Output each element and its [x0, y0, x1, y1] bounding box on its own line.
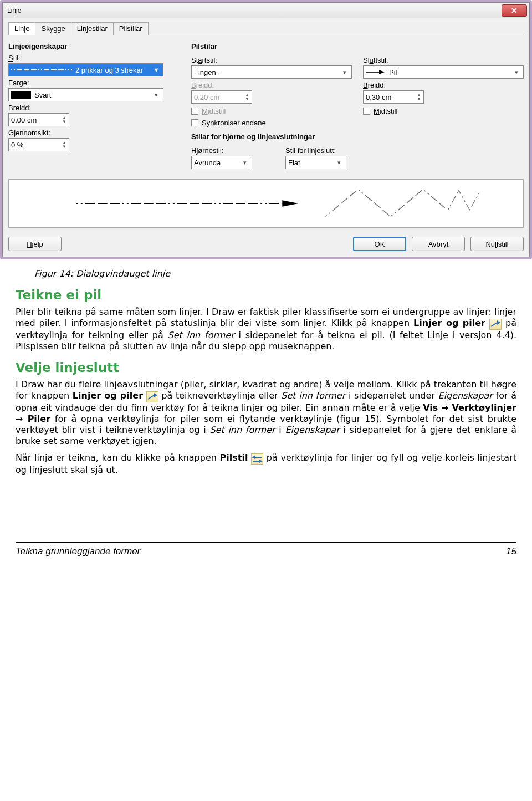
checkbox-icon [191, 108, 198, 115]
line-arrow-toolbar-icon [489, 319, 502, 330]
svg-marker-6 [497, 320, 500, 325]
section-corner: Stilar for hjørne og linjeavslutningar [191, 132, 524, 141]
stil-value: 2 prikkar og 3 strekar [75, 66, 143, 74]
svg-marker-10 [252, 456, 255, 459]
synkroniser-checkbox[interactable]: Synkroniser endane [191, 119, 352, 127]
section-linjeeigenskapar: Linjeeigenskapar [8, 42, 175, 50]
chevron-down-icon: ▾ [335, 159, 344, 166]
gjennomsikt-spinner[interactable]: 0 % ▲▼ [8, 138, 69, 151]
breidd1-spinner: 0,20 cm ▲▼ [191, 90, 252, 104]
line-preview [8, 179, 524, 228]
breidd2-label: Breidd: [363, 81, 524, 89]
midtstill2-checkbox[interactable]: Midtstill [363, 107, 524, 115]
line-arrow-toolbar-icon [146, 391, 158, 402]
farge-value: Svart [34, 91, 51, 99]
close-button[interactable]: ✕ [502, 4, 527, 17]
paragraph-2: I Draw har du fleire linjeavslutningar (… [16, 379, 516, 447]
spinner-icon: ▲▼ [62, 116, 66, 124]
sluttstil-value: Pil [389, 68, 397, 76]
cancel-button[interactable]: Avbryt [412, 237, 465, 251]
dash-sample-icon [11, 68, 72, 72]
dialog-title: Linje [7, 7, 21, 14]
startstil-value: - ingen - [194, 68, 221, 76]
svg-marker-2 [379, 70, 385, 74]
hjornestil-combo[interactable]: Avrunda ▾ [191, 156, 252, 169]
farge-label: Farge: [8, 79, 175, 87]
farge-combo[interactable]: Svart ▾ [8, 88, 163, 101]
gjennomsikt-label: Gjennomsikt: [8, 129, 175, 137]
preview-svg [9, 180, 523, 227]
heading-teikne-ei-pil: Teikne ei pil [16, 287, 516, 303]
reset-button[interactable]: Nullstill [470, 237, 524, 251]
ok-button[interactable]: OK [353, 237, 406, 251]
section-pilstilar: Pilstilar [191, 42, 524, 50]
svg-marker-12 [259, 460, 263, 463]
spinner-icon: ▲▼ [62, 141, 66, 149]
page-footer: Teikna grunnleggjande former 15 [0, 546, 532, 568]
spinner-icon: ▲▼ [417, 93, 421, 101]
chevron-down-icon: ▾ [340, 69, 349, 76]
checkbox-icon [191, 119, 198, 126]
color-swatch-icon [11, 91, 31, 99]
hjornestil-value: Avrunda [194, 159, 221, 167]
midtstill1-checkbox: Midtstill [191, 107, 352, 115]
paragraph-1: Piler blir teikna på same måten som linj… [16, 307, 516, 352]
close-icon: ✕ [511, 6, 518, 15]
startstil-combo[interactable]: - ingen - ▾ [191, 65, 352, 79]
breidd-value: 0,00 cm [11, 116, 37, 124]
linjeslutt-label: Stil for linjeslutt: [285, 146, 369, 155]
tab-linje[interactable]: Linje [8, 22, 35, 35]
dialog-tabs: Linje Skygge Linjestilar Pilstilar [8, 22, 524, 35]
startstil-label: Startstil: [191, 56, 352, 64]
linjeslutt-value: Flat [288, 159, 300, 167]
breidd2-spinner[interactable]: 0,30 cm ▲▼ [363, 90, 424, 104]
line-dialog: Linje ✕ Linje Skygge Linjestilar Pilstil… [2, 2, 530, 257]
footer-left: Teikna grunnleggjande former [16, 546, 140, 557]
spinner-icon: ▲▼ [245, 93, 249, 101]
breidd1-value: 0,20 cm [194, 93, 219, 101]
stil-combo[interactable]: 2 prikkar og 3 strekar ▼ [8, 63, 163, 76]
hjornestil-label: Hjørnestil: [191, 146, 274, 155]
help-button[interactable]: Hjelp [8, 237, 62, 251]
stil-label: Stil: [8, 54, 175, 62]
titlebar: Linje ✕ [3, 3, 529, 18]
breidd-label: Breidd: [8, 104, 175, 112]
chevron-down-icon: ▾ [152, 91, 161, 99]
sluttstil-combo[interactable]: Pil ▾ [363, 65, 524, 79]
tab-pilstilar[interactable]: Pilstilar [113, 22, 149, 35]
chevron-down-icon: ▾ [512, 69, 521, 76]
linjeslutt-combo[interactable]: Flat ▾ [285, 156, 346, 169]
gjennomsikt-value: 0 % [11, 141, 23, 149]
svg-line-7 [148, 395, 154, 399]
heading-velje-linjeslutt: Velje linjeslutt [16, 360, 516, 376]
dialog-window-frame: Linje ✕ Linje Skygge Linjestilar Pilstil… [0, 0, 532, 259]
tab-linjestilar[interactable]: Linjestilar [71, 22, 114, 35]
sluttstil-label: Sluttstil: [363, 56, 524, 64]
tab-skygge[interactable]: Skygge [35, 22, 71, 35]
figure-caption: Figur 14: Dialogvindauget linje [34, 268, 516, 279]
footer-page-number: 15 [506, 546, 516, 557]
svg-marker-8 [154, 393, 157, 397]
breidd1-label: Breidd: [191, 81, 352, 89]
svg-marker-4 [282, 200, 298, 207]
svg-line-5 [491, 323, 497, 326]
breidd-spinner[interactable]: 0,00 cm ▲▼ [8, 113, 69, 126]
chevron-down-icon: ▼ [152, 67, 161, 73]
arrow-style-toolbar-icon [251, 453, 263, 465]
checkbox-icon [363, 108, 370, 115]
arrow-end-icon [366, 69, 385, 75]
paragraph-3: Når linja er teikna, kan du klikke på kn… [16, 452, 516, 476]
chevron-down-icon: ▾ [241, 159, 249, 166]
footer-rule [16, 542, 516, 543]
breidd2-value: 0,30 cm [366, 93, 391, 101]
